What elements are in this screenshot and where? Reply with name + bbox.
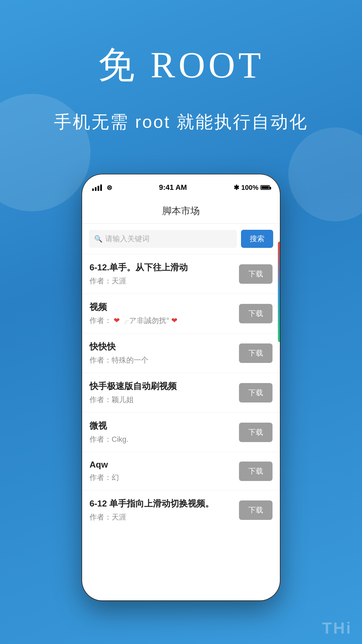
download-button[interactable]: 下载 — [239, 462, 273, 481]
script-name: 6-12.单手。从下往上滑动 — [89, 262, 239, 273]
list-item: 6-12 单手指向上滑动切换视频。 作者：天涯 下载 — [82, 490, 280, 530]
script-info: 微视 作者：Cikg. — [89, 420, 239, 444]
download-button[interactable]: 下载 — [239, 304, 273, 323]
watermark: THi — [312, 612, 362, 644]
list-item: 快手极速版自动刷视频 作者：颖儿姐 下载 — [82, 373, 280, 413]
download-button[interactable]: 下载 — [239, 264, 273, 284]
battery-icon — [260, 185, 270, 190]
battery-percent: 100% — [241, 184, 258, 192]
script-info: 6-12 单手指向上滑动切换视频。 作者：天涯 — [89, 498, 239, 522]
status-left: ⊜ — [92, 183, 112, 192]
signal-bar-4 — [100, 184, 102, 191]
signal-bars — [92, 184, 102, 191]
script-name: Aqw — [89, 460, 239, 470]
signal-bar-3 — [98, 186, 99, 191]
script-name: 快快快 — [89, 341, 239, 353]
download-button[interactable]: 下载 — [239, 383, 273, 402]
search-bar: 🔍 请输入关键词 搜索 — [82, 224, 280, 254]
script-author: 作者：颖儿姐 — [89, 395, 239, 405]
script-info: 6-12.单手。从下往上滑动 作者：天涯 — [89, 262, 239, 286]
script-name: 视频 — [89, 301, 239, 313]
status-bar: ⊜ 9:41 AM ✱ 100% — [82, 174, 280, 198]
search-input-wrapper[interactable]: 🔍 请输入关键词 — [89, 230, 237, 248]
script-author: 作者：特殊的一个 — [89, 355, 239, 365]
blob-decoration-right — [288, 127, 362, 221]
app-content: 脚本市场 🔍 请输入关键词 搜索 6-12.单手。从下往上滑动 作者：天涯 下载 — [82, 198, 280, 600]
download-button[interactable]: 下载 — [239, 343, 273, 363]
heart-icon-left: ❤ — [114, 316, 120, 325]
hero-title: 免 ROOT — [0, 40, 362, 90]
bluetooth-icon: ✱ — [234, 183, 239, 192]
list-item: 6-12.单手。从下往上滑动 作者：天涯 下载 — [82, 254, 280, 294]
download-button[interactable]: 下载 — [239, 423, 273, 442]
script-author: 作者：Cikg. — [89, 434, 239, 444]
search-icon: 🔍 — [94, 235, 103, 243]
list-item: Aqw 作者：幻 下载 — [82, 452, 280, 490]
script-author: 作者：天涯 — [89, 512, 239, 522]
script-info: 快手极速版自动刷视频 作者：颖儿姐 — [89, 380, 239, 405]
hero-section: 免 ROOT 手机无需 root 就能执行自动化 — [0, 0, 362, 134]
heart-icon-right: ❤ — [171, 316, 177, 325]
phone-mockup: ⊜ 9:41 AM ✱ 100% 脚本市场 🔍 请输入关键词 — [82, 174, 280, 600]
list-item: 快快快 作者：特殊的一个 下载 — [82, 333, 280, 373]
script-author: 作者： ❤ ╭ア非誠勿扰° ❤ — [89, 316, 239, 326]
app-header: 脚本市场 — [82, 198, 280, 224]
script-info: 快快快 作者：特殊的一个 — [89, 341, 239, 365]
signal-bar-1 — [92, 189, 94, 191]
script-name: 快手极速版自动刷视频 — [89, 380, 239, 392]
hero-subtitle: 手机无需 root 就能执行自动化 — [0, 110, 362, 134]
script-name: 6-12 单手指向上滑动切换视频。 — [89, 498, 239, 509]
download-button[interactable]: 下载 — [239, 500, 273, 520]
script-author: 作者：天涯 — [89, 276, 239, 286]
script-name: 微视 — [89, 420, 239, 432]
phone-frame: ⊜ 9:41 AM ✱ 100% 脚本市场 🔍 请输入关键词 — [82, 174, 280, 600]
list-item: 微视 作者：Cikg. 下载 — [82, 413, 280, 452]
status-time: 9:41 AM — [159, 183, 187, 192]
script-author: 作者：幻 — [89, 473, 239, 483]
list-item: 视频 作者： ❤ ╭ア非誠勿扰° ❤ 下载 — [82, 294, 280, 333]
signal-bar-2 — [95, 187, 97, 191]
status-right: ✱ 100% — [234, 183, 270, 192]
search-button[interactable]: 搜索 — [241, 230, 273, 248]
script-info: 视频 作者： ❤ ╭ア非誠勿扰° ❤ — [89, 301, 239, 326]
script-info: Aqw 作者：幻 — [89, 460, 239, 483]
wifi-icon: ⊜ — [107, 183, 112, 192]
script-list: 6-12.单手。从下往上滑动 作者：天涯 下载 视频 作者： ❤ ╭ア非誠勿扰°… — [82, 254, 280, 530]
search-placeholder: 请输入关键词 — [105, 234, 149, 244]
side-accent-bar — [278, 241, 280, 342]
